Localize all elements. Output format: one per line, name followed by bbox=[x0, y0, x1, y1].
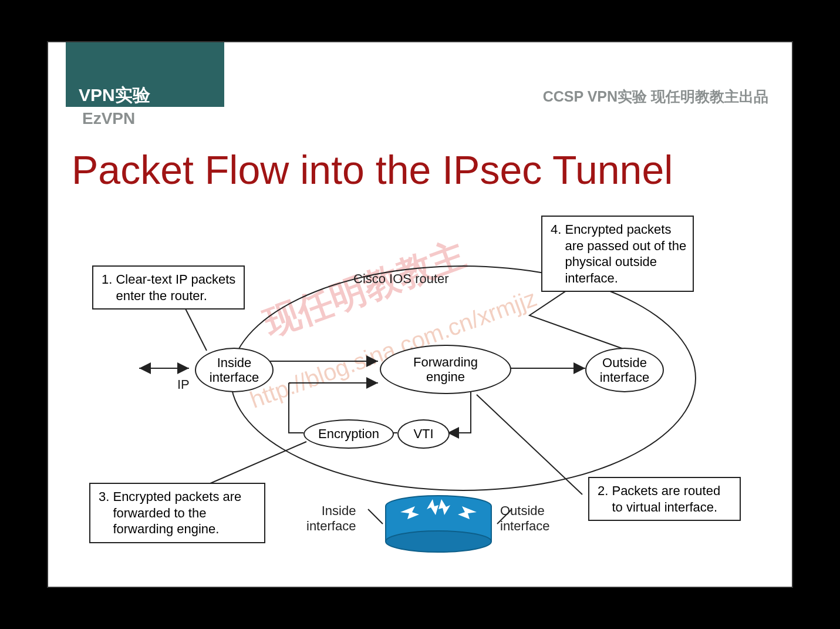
vti-node: VTI bbox=[397, 419, 450, 449]
forwarding-engine-node: Forwarding engine bbox=[380, 345, 511, 394]
inside-interface-node: Inside interface bbox=[195, 348, 274, 392]
page-title: Packet Flow into the IPsec Tunnel bbox=[72, 147, 673, 193]
router-label: Cisco IOS router bbox=[353, 271, 449, 287]
ccsp-label: CCSP VPN实验 现任明教教主出品 bbox=[543, 87, 768, 106]
encryption-label: Encryption bbox=[318, 426, 379, 441]
svg-point-12 bbox=[386, 531, 491, 552]
callout-4: 4. Encrypted packets are passed out of t… bbox=[541, 216, 694, 292]
vti-label: VTI bbox=[413, 426, 433, 441]
callout-3: 3. Encrypted packets are forwarded to th… bbox=[89, 483, 265, 543]
ezvpn-label: EzVPN bbox=[82, 109, 135, 128]
slide: VPN实验 EzVPN CCSP VPN实验 现任明教教主出品 Packet F… bbox=[47, 41, 793, 588]
diagram: 现任明教教主 http://blog.sina.com.cn/xrmjjz bbox=[72, 207, 770, 577]
callout-2: 2. Packets are routed to virtual interfa… bbox=[588, 477, 741, 521]
router-outside-label: Outside interface bbox=[500, 503, 549, 534]
encryption-node: Encryption bbox=[303, 419, 394, 449]
inside-interface-label: Inside interface bbox=[210, 355, 259, 385]
callout-1-text: 1. Clear-text IP packets enter the route… bbox=[102, 272, 235, 303]
router-inside-label: Inside interface bbox=[306, 503, 356, 534]
svg-line-8 bbox=[368, 509, 383, 524]
outside-interface-label: Outside interface bbox=[600, 355, 649, 385]
forwarding-engine-label: Forwarding engine bbox=[413, 355, 478, 385]
router-icon bbox=[383, 495, 494, 553]
header: VPN实验 EzVPN CCSP VPN实验 现任明教教主出品 bbox=[48, 42, 792, 136]
ip-label: IP bbox=[177, 377, 190, 392]
callout-4-text: 4. Encrypted packets are passed out of t… bbox=[551, 222, 686, 285]
callout-1: 1. Clear-text IP packets enter the route… bbox=[92, 265, 245, 310]
svg-line-6 bbox=[183, 304, 207, 351]
outside-interface-node: Outside interface bbox=[585, 348, 664, 392]
vpn-label: VPN实验 bbox=[79, 83, 150, 107]
callout-3-text: 3. Encrypted packets are forwarded to th… bbox=[99, 489, 241, 536]
callout-2-text: 2. Packets are routed to virtual interfa… bbox=[598, 483, 720, 514]
